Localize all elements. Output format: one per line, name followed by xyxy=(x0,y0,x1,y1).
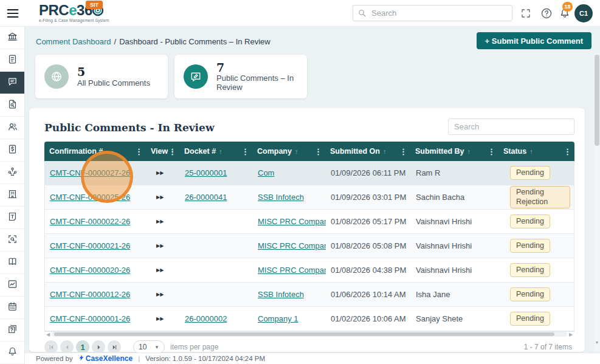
column-header-status[interactable]: Status↑⋮ xyxy=(498,142,574,161)
confirmation-link[interactable]: CMT-CNF-0000027-26 xyxy=(50,168,130,177)
column-menu-icon[interactable]: ⋮ xyxy=(398,147,409,156)
table-search-input[interactable] xyxy=(448,118,574,135)
fast-forward-icon[interactable]: ▶▶ xyxy=(156,194,164,200)
table-body: CMT-CNF-0000027-26▶▶25-0000001Com01/09/2… xyxy=(44,161,574,332)
submitted-on-cell: 01/09/2026 06:11 PM xyxy=(326,161,411,185)
docket-link[interactable]: 26-0000002 xyxy=(185,314,227,323)
sidebar-item-people-network[interactable] xyxy=(0,162,24,184)
company-link[interactable]: SSB Infotech xyxy=(258,290,304,299)
users-icon xyxy=(7,122,18,134)
casexellence-logo[interactable]: CaseXellence xyxy=(78,354,133,363)
docket-link[interactable]: 26-0000041 xyxy=(185,193,227,202)
fast-forward-icon[interactable]: ▶▶ xyxy=(156,243,164,249)
footer: Powered by CaseXellence | Version: 1.0.5… xyxy=(25,352,600,364)
sidebar-item-help-file[interactable] xyxy=(0,319,24,342)
sidebar-item-text-file[interactable] xyxy=(0,207,24,229)
breadcrumb-bar: Comment Dashboard/Dashboard - Public Com… xyxy=(25,27,600,53)
first-page-button[interactable] xyxy=(44,340,58,354)
column-header-submitted-on[interactable]: Submitted On↑⋮ xyxy=(325,142,410,161)
help-icon[interactable] xyxy=(540,7,553,19)
submitted-by-cell: Vaishnavi Hrishi xyxy=(411,234,499,258)
breadcrumb-current: Dashboard - Public Comments – In Review xyxy=(119,37,271,46)
column-header-company[interactable]: Company↑⋮ xyxy=(252,142,325,161)
company-link[interactable]: MISC PRC Company xyxy=(258,241,326,250)
column-menu-icon[interactable]: ⋮ xyxy=(240,147,251,156)
table-row[interactable]: CMT-CNF-0000021-26▶▶MISC PRC Company01/0… xyxy=(45,234,574,258)
previous-page-button[interactable] xyxy=(60,340,74,354)
fast-forward-icon[interactable]: ▶▶ xyxy=(156,267,164,273)
breadcrumb-link[interactable]: Comment Dashboard xyxy=(36,37,111,46)
next-page-button[interactable] xyxy=(92,340,105,354)
confirmation-link[interactable]: CMT-CNF-0000012-26 xyxy=(50,290,130,299)
scroll-down-arrow-icon[interactable]: ▼ xyxy=(594,340,600,345)
vertical-scrollbar[interactable]: ▼ xyxy=(594,53,600,351)
docket-link[interactable]: 25-0000001 xyxy=(185,168,227,177)
table-row[interactable]: CMT-CNF-0000001-26▶▶26-0000002Company 10… xyxy=(45,307,574,331)
confirmation-link[interactable]: CMT-CNF-0000025-26 xyxy=(50,193,130,202)
user-avatar[interactable]: C1 xyxy=(574,4,593,22)
column-menu-icon[interactable]: ⋮ xyxy=(167,147,178,156)
sidebar-item-building[interactable] xyxy=(0,184,24,207)
column-header-view[interactable]: View↑⋮ xyxy=(146,142,179,161)
app-screen: PRCe36 e-Filing & Case Management System… xyxy=(0,0,600,364)
fullscreen-icon[interactable] xyxy=(520,8,531,19)
company-link[interactable]: Company 1 xyxy=(258,314,298,323)
column-menu-icon[interactable]: ⋮ xyxy=(312,147,324,156)
table-row[interactable]: CMT-CNF-0000025-26▶▶26-0000041SSB Infote… xyxy=(45,185,574,210)
column-menu-icon[interactable]: ⋮ xyxy=(133,147,145,156)
last-page-button[interactable] xyxy=(108,340,121,354)
company-link[interactable]: MISC PRC Company xyxy=(258,266,326,275)
sidebar-item-chart[interactable] xyxy=(0,274,24,297)
sidebar-item-scan-search[interactable] xyxy=(0,229,24,252)
table-row[interactable]: CMT-CNF-0000022-26▶▶MISC PRC Company01/0… xyxy=(45,210,574,234)
sidebar-item-comments[interactable] xyxy=(0,72,24,94)
sidebar-item-users[interactable] xyxy=(0,117,24,139)
sidebar-item-invoice[interactable] xyxy=(0,139,24,162)
scroll-left-arrow-icon[interactable]: ◀ xyxy=(44,332,52,337)
comments-panel: Public Comments - In Review Confirmation… xyxy=(29,108,585,352)
page-number-button[interactable]: 1 xyxy=(76,340,89,354)
fast-forward-icon[interactable]: ▶▶ xyxy=(156,219,164,224)
horizontal-scroll-thumb[interactable] xyxy=(54,332,554,336)
sidebar-item-document[interactable] xyxy=(0,49,24,72)
column-header-docket[interactable]: Docket #↑⋮ xyxy=(179,142,252,161)
sidebar-item-file-search[interactable] xyxy=(0,94,24,117)
column-menu-icon[interactable]: ⋮ xyxy=(486,147,497,156)
breadcrumb-separator: / xyxy=(114,37,117,46)
company-link[interactable]: SSB Infotech xyxy=(258,193,304,202)
card-all-public-comments[interactable]: 5 All Public Comments xyxy=(35,55,168,98)
confirmation-link[interactable]: CMT-CNF-0000021-26 xyxy=(50,241,130,250)
menu-icon[interactable] xyxy=(6,7,21,19)
table-row[interactable]: CMT-CNF-0000012-26▶▶SSB Infotech01/06/20… xyxy=(45,283,574,307)
fast-forward-icon[interactable]: ▶▶ xyxy=(156,170,164,176)
sidebar-item-bell[interactable] xyxy=(0,342,24,364)
page-size-dropdown[interactable]: 10 ▼ xyxy=(133,340,165,354)
confirmation-link[interactable]: CMT-CNF-0000022-26 xyxy=(50,217,130,226)
sidebar-item-ledger[interactable] xyxy=(0,252,24,274)
sidebar xyxy=(0,27,25,364)
column-menu-icon[interactable]: ⋮ xyxy=(562,147,573,156)
table-row[interactable]: CMT-CNF-0000027-26▶▶25-0000001Com01/09/2… xyxy=(45,161,574,185)
confirmation-link[interactable]: CMT-CNF-0000020-26 xyxy=(50,266,130,275)
bell-icon xyxy=(7,346,18,359)
column-header-confirmation[interactable]: Confirmation #⋮ xyxy=(44,142,146,161)
global-search-input[interactable] xyxy=(353,5,512,21)
fast-forward-icon[interactable]: ▶▶ xyxy=(156,316,164,321)
submitted-by-cell: Sanjay Shete xyxy=(411,307,499,331)
vertical-scroll-thumb[interactable] xyxy=(595,55,599,146)
company-link[interactable]: MISC PRC Company xyxy=(258,217,326,226)
horizontal-scroll-track[interactable] xyxy=(52,332,567,337)
scroll-right-arrow-icon[interactable]: ▶ xyxy=(567,332,574,337)
column-header-submitted-by[interactable]: Submitted By↑⋮ xyxy=(410,142,498,161)
page-size-label: items per page xyxy=(170,343,218,351)
submit-public-comment-button[interactable]: + Submit Public Comment xyxy=(477,32,591,49)
card-public-comments-in-review[interactable]: 7 Public Comments – In Review xyxy=(174,55,307,98)
table-row[interactable]: CMT-CNF-0000020-26▶▶MISC PRC Company01/0… xyxy=(45,258,574,283)
sidebar-item-bank[interactable] xyxy=(0,27,24,49)
submitted-by-cell: Vaishnavi Hrishi xyxy=(411,258,499,282)
company-link[interactable]: Com xyxy=(258,168,274,177)
horizontal-scrollbar[interactable]: ◀ ▶ xyxy=(44,331,574,337)
sidebar-item-calendar[interactable] xyxy=(0,297,24,319)
fast-forward-icon[interactable]: ▶▶ xyxy=(156,292,164,297)
confirmation-link[interactable]: CMT-CNF-0000001-26 xyxy=(50,314,130,323)
